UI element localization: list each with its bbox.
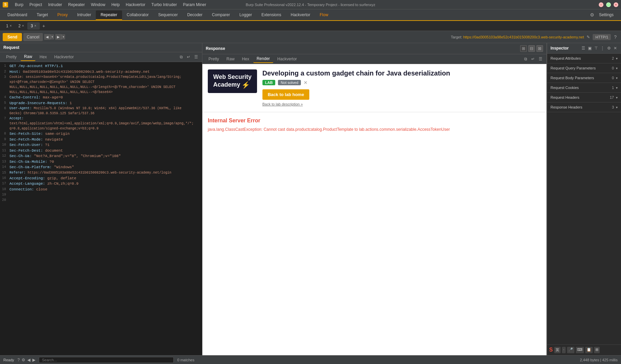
ime-keyboard-icon[interactable]: ⌨ xyxy=(576,347,584,353)
ime-dot-icon[interactable]: · xyxy=(562,347,566,353)
tab-extensions[interactable]: Extensions xyxy=(257,10,286,19)
back-to-description-link[interactable]: Back to lab description » xyxy=(262,102,303,106)
status-prev-icon[interactable]: ◀ xyxy=(27,358,30,362)
target-prefix: Target: xyxy=(451,35,463,39)
request-tab-pretty[interactable]: Pretty xyxy=(3,53,20,61)
tab-hackvertor-nav[interactable]: Hackvertor xyxy=(286,10,315,19)
status-ready: Ready xyxy=(3,358,14,362)
response-tab-render[interactable]: Render xyxy=(253,55,273,63)
code-line-6: 6 User-Agent: Mozilla/5.0 (Windows NT 10… xyxy=(0,106,202,116)
inspector-settings-icon[interactable]: ⚙ xyxy=(606,45,612,51)
tab-intruder[interactable]: Intruder xyxy=(73,10,96,19)
tab-sequencer[interactable]: Sequencer xyxy=(153,10,182,19)
nav-forward-dropdown[interactable]: ▾ xyxy=(61,34,65,39)
response-view-split-icon[interactable]: ⊟ xyxy=(528,45,535,52)
menu-burp[interactable]: Burp xyxy=(12,2,26,8)
menu-turbo-intruder[interactable]: Turbo Intruder xyxy=(149,2,180,8)
inspector-cookies[interactable]: Request Cookies 1 ▾ xyxy=(547,83,621,93)
inspector-dots-icon[interactable]: ⋮ xyxy=(600,45,605,51)
close-tab-3-icon[interactable]: × xyxy=(34,24,36,28)
code-line-7: 7 Accept: text/html,application/xhtml+xm… xyxy=(0,116,202,131)
request-tab-hex[interactable]: Hex xyxy=(36,53,50,61)
response-more-icon[interactable]: ☰ xyxy=(537,56,544,62)
status-help-icon[interactable]: ? xyxy=(18,358,20,362)
titlebar: S Burp Project Intruder Repeater Window … xyxy=(0,0,621,9)
ime-grid-icon[interactable]: ⊞ xyxy=(594,347,600,353)
request-code-area[interactable]: 1 GET /my-account HTTP/1.1 2 Host: 0ad30… xyxy=(0,62,202,355)
response-copy-icon[interactable]: ⧉ xyxy=(523,56,529,62)
close-button[interactable]: × xyxy=(614,2,618,7)
response-view-full-icon[interactable]: ⊠ xyxy=(536,45,543,52)
repeater-tab-1[interactable]: 1 × xyxy=(3,22,15,30)
tab-repeater[interactable]: Repeater xyxy=(96,10,122,20)
tab-comparer[interactable]: Comparer xyxy=(207,10,234,19)
menu-param-miner[interactable]: Param Miner xyxy=(180,2,209,8)
ime-mic-icon[interactable]: 🎤 xyxy=(567,347,574,353)
statusbar-right: 2,448 bytes | 425 millis xyxy=(580,358,618,362)
status-next-icon[interactable]: ▶ xyxy=(32,358,35,362)
nav-forward-button[interactable]: ▶ xyxy=(55,34,61,40)
tab-collaborator[interactable]: Collaborator xyxy=(122,10,153,19)
add-tab-button[interactable]: + xyxy=(40,22,48,30)
repeater-tab-3[interactable]: 3 × xyxy=(27,22,40,30)
inspector-panel-icon[interactable]: ▣ xyxy=(587,45,592,51)
menu-intruder[interactable]: Intruder xyxy=(46,2,65,8)
inspector-request-attributes[interactable]: Request Attributes 2 ▾ xyxy=(547,54,621,63)
response-wrap-icon[interactable]: ↵ xyxy=(530,56,536,62)
ime-zh-icon[interactable]: 英 xyxy=(554,347,561,353)
back-to-lab-button[interactable]: Back to lab home xyxy=(262,89,310,100)
inspector-request-headers[interactable]: Request Headers 17 ▾ xyxy=(547,93,621,102)
tab-decoder[interactable]: Decoder xyxy=(182,10,207,19)
help-icon[interactable]: ? xyxy=(612,34,618,40)
menu-project[interactable]: Project xyxy=(27,2,45,8)
request-wrap-icon[interactable]: ↵ xyxy=(186,54,192,60)
code-line-17: 17 Accept-Language: zh-CN,zh;q=0.9 xyxy=(0,181,202,187)
request-copy-icon[interactable]: ⧉ xyxy=(178,54,184,60)
nav-back-dropdown[interactable]: ▾ xyxy=(50,34,54,39)
inspector-align-icon[interactable]: ⊤ xyxy=(594,45,598,51)
inspector-list-icon[interactable]: ☰ xyxy=(581,45,586,51)
status-settings-icon[interactable]: ⚙ xyxy=(22,358,25,362)
lab-close-button[interactable]: ✕ xyxy=(304,80,308,85)
response-view-grid-icon[interactable]: ⊞ xyxy=(520,45,527,52)
request-tab-raw[interactable]: Raw xyxy=(21,53,35,61)
inspector-body-params[interactable]: Request Body Parameters 0 ▾ xyxy=(547,73,621,83)
ime-clipboard-icon[interactable]: 📋 xyxy=(585,347,593,353)
request-more-icon[interactable]: ☰ xyxy=(193,54,199,60)
close-tab-2-icon[interactable]: × xyxy=(22,24,24,28)
menu-window[interactable]: Window xyxy=(88,2,108,8)
tab-target[interactable]: Target xyxy=(32,10,53,19)
repeater-tab-2[interactable]: 2 × xyxy=(15,22,28,30)
response-tab-raw[interactable]: Raw xyxy=(223,55,238,63)
cancel-button[interactable]: Cancel xyxy=(23,33,43,41)
inspector-close-icon[interactable]: ✕ xyxy=(613,45,618,51)
edit-target-icon[interactable]: ✎ xyxy=(585,35,591,39)
tab-flow[interactable]: Flow xyxy=(315,10,333,19)
settings-label[interactable]: Settings xyxy=(594,10,618,19)
close-tab-1-icon[interactable]: × xyxy=(10,24,12,28)
code-line-12: 12 Sec-Ch-Ua: "Not?A_Brand";v="8", "Chro… xyxy=(0,153,202,159)
nav-back-button[interactable]: ◀ xyxy=(44,34,50,40)
response-tab-pretty[interactable]: Pretty xyxy=(205,55,222,63)
menu-help[interactable]: Help xyxy=(109,2,122,8)
menu-repeater[interactable]: Repeater xyxy=(65,2,87,8)
logo-line1: Web Security xyxy=(213,73,252,81)
http-version-button[interactable]: HTTP/1 xyxy=(593,34,611,40)
send-button[interactable]: Send xyxy=(3,33,22,41)
response-tab-hackvertor[interactable]: Hackvertor xyxy=(274,55,300,63)
code-line-16: 16 Accept-Encoding: gzip, deflate xyxy=(0,176,202,181)
request-tab-hackvertor[interactable]: Hackvertor xyxy=(51,53,77,61)
target-url: https://0ad3005103a98e52c431b015008200c3… xyxy=(463,35,584,39)
tab-dashboard[interactable]: Dashboard xyxy=(3,10,32,19)
tab-logger[interactable]: Logger xyxy=(235,10,257,19)
menu-hackvertor[interactable]: Hackvertor xyxy=(123,2,148,8)
maximize-button[interactable]: □ xyxy=(606,2,611,7)
lab-header: Web Security Academy ⚡ Developing a cust… xyxy=(202,64,546,112)
settings-icon[interactable]: ⚙ xyxy=(590,12,594,18)
tab-proxy[interactable]: Proxy xyxy=(53,10,73,19)
response-tab-hex[interactable]: Hex xyxy=(238,55,252,63)
minimize-button[interactable]: − xyxy=(599,2,603,7)
search-input[interactable] xyxy=(39,357,174,363)
inspector-query-params[interactable]: Request Query Parameters 0 ▾ xyxy=(547,63,621,73)
inspector-response-headers[interactable]: Response Headers 3 ▾ xyxy=(547,102,621,112)
